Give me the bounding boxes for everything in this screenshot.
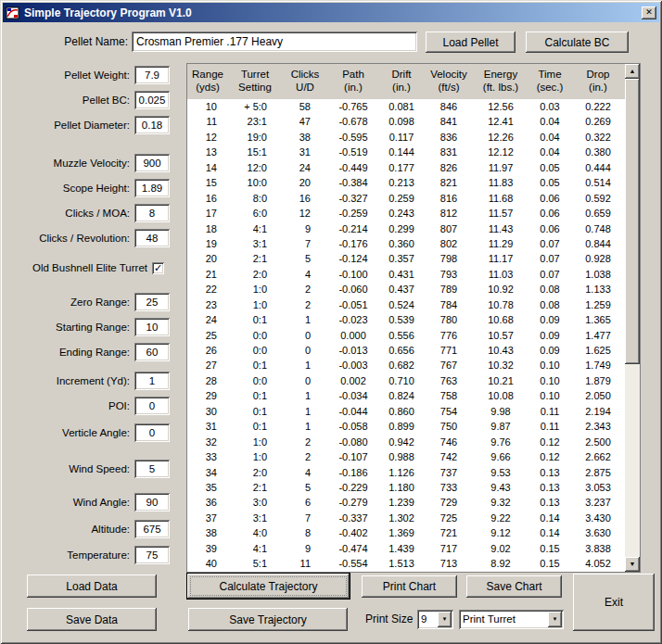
table-cell: 10 (187, 99, 228, 114)
table-cell: 742 (425, 449, 473, 464)
load-pellet-button[interactable]: Load Pellet (426, 32, 516, 53)
save-data-button[interactable]: Save Data (27, 608, 157, 631)
scroll-up-button[interactable]: ▲ (625, 64, 640, 79)
table-cell: 5 (282, 251, 328, 266)
table-row: 1510:020-0.3840.21382111.830.050.514 (187, 175, 625, 190)
pellet-bc-input[interactable] (134, 91, 170, 109)
print-turret-select[interactable]: Print Turret ▼ (459, 610, 564, 629)
table-cell: 1.126 (378, 465, 425, 480)
table-cell: 17 (187, 206, 228, 221)
old-bushnell-elite-turret-checkbox[interactable]: ✓ (152, 262, 164, 274)
table-cell: 0.431 (378, 267, 425, 282)
wind-angle-input[interactable] (134, 493, 170, 511)
ending-range-input[interactable] (134, 343, 170, 361)
wind-speed-input[interactable] (134, 460, 170, 478)
print-size-select[interactable]: 9 ▼ (417, 610, 453, 629)
print-size-arrow-button[interactable]: ▼ (438, 612, 452, 627)
print-turret-value: Print Turret (463, 610, 516, 629)
table-cell: 32 (187, 435, 228, 449)
table-cell: 1.749 (571, 358, 625, 373)
table-cell: 0 (282, 343, 328, 358)
scrollbar-thumb[interactable] (625, 79, 640, 364)
table-cell: 1:0 (228, 449, 282, 464)
table-cell: 0.592 (571, 191, 625, 206)
table-cell: 33 (187, 449, 228, 464)
old-bushnell-elite-turret-label: Old Bushnell Elite Turret (3, 262, 152, 273)
scope-height-input[interactable] (134, 179, 170, 197)
sidebar-row-temperature: Temperature: (3, 545, 186, 565)
print-turret-arrow-button[interactable]: ▼ (548, 612, 562, 627)
table-cell: 10.43 (473, 343, 528, 358)
table-scrollbar[interactable]: ▲ ▼ (625, 64, 640, 572)
table-cell: 10:0 (228, 175, 282, 190)
table-cell: 39 (187, 541, 228, 556)
table-cell: 1.239 (378, 495, 425, 510)
pellet-weight-input[interactable] (134, 66, 170, 84)
scroll-down-button[interactable]: ▼ (625, 557, 640, 572)
table-cell: 29 (187, 388, 228, 403)
table-cell: 27 (187, 358, 228, 373)
table-cell: 1 (282, 388, 328, 403)
save-chart-button[interactable]: Save Chart (466, 575, 562, 598)
sidebar-row-scope-height: Scope Height: (3, 178, 186, 198)
save-trajectory-button[interactable]: Save Trajectory (188, 608, 348, 631)
pellet-bc-label: Pellet BC: (3, 95, 134, 106)
table-cell: -0.176 (328, 236, 378, 251)
table-cell: 729 (425, 495, 473, 510)
muzzle-velocity-input[interactable] (134, 154, 170, 172)
table-cell: -0.100 (328, 267, 378, 282)
poi-input[interactable] (134, 397, 170, 415)
table-cell: 9.22 (473, 511, 528, 525)
calculate-trajectory-button[interactable]: Calculate Trajectory (187, 574, 350, 599)
table-cell: 0.098 (378, 114, 425, 129)
table-cell: 11 (282, 556, 328, 571)
pellet-diameter-input[interactable] (134, 116, 170, 134)
sidebar-row-pellet-diameter: Pellet Diameter: (3, 115, 186, 135)
starting-range-input[interactable] (134, 318, 170, 336)
table-cell: 3.430 (571, 511, 625, 525)
table-cell: 12:0 (228, 160, 282, 175)
table-row: 352:15-0.2291.1807339.430.133.053 (187, 480, 625, 495)
table-cell: 1 (282, 419, 328, 434)
altitude-input[interactable] (134, 520, 170, 538)
table-cell: 846 (425, 99, 473, 114)
table-cell: 38 (282, 130, 328, 145)
table-cell: 802 (425, 236, 473, 251)
table-cell: 9.98 (473, 404, 528, 419)
zero-range-input[interactable] (134, 293, 170, 311)
wind-speed-label: Wind Speed: (3, 463, 134, 474)
print-chart-button[interactable]: Print Chart (362, 575, 457, 598)
table-cell: 1.513 (378, 556, 425, 571)
verticle-angle-input[interactable] (134, 423, 170, 442)
table-cell: 10.78 (473, 297, 528, 312)
load-data-button[interactable]: Load Data (27, 575, 157, 598)
table-cell: 0.08 (528, 282, 571, 297)
table-row: 310:11-0.0580.8997509.870.112.343 (187, 419, 625, 434)
increment-yd-input[interactable] (134, 372, 170, 390)
table-cell: 0.380 (571, 145, 625, 159)
clicks-per-revolution-input[interactable] (134, 229, 170, 247)
table-cell: 0.259 (378, 191, 425, 206)
exit-button[interactable]: Exit (573, 574, 655, 631)
table-row: 193:17-0.1760.36080211.290.070.844 (187, 236, 625, 251)
table-cell: 0.514 (571, 175, 625, 190)
table-cell: 0.10 (528, 388, 571, 403)
table-cell: 0.144 (378, 145, 425, 159)
close-button[interactable]: ✕ (642, 6, 656, 19)
table-cell: 0.06 (528, 191, 571, 206)
table-cell: 18 (187, 221, 228, 236)
table-cell: 793 (425, 267, 473, 282)
table-cell: 0:1 (228, 404, 282, 419)
table-cell: 2 (282, 282, 328, 297)
clicks-per-moa-input[interactable] (134, 204, 170, 222)
print-size-label: Print Size (365, 608, 413, 631)
table-cell: 21 (187, 267, 228, 282)
temperature-input[interactable] (134, 546, 170, 564)
calculate-bc-button[interactable]: Calculate BC (526, 32, 629, 53)
table-cell: 10.92 (473, 282, 528, 297)
table-cell: 2 (282, 297, 328, 312)
table-cell: 14 (187, 160, 228, 175)
table-row: 10+ 5:058-0.7650.08184612.560.030.222 (187, 99, 625, 114)
table-cell: 0.04 (528, 114, 571, 129)
table-cell: 36 (187, 495, 228, 510)
